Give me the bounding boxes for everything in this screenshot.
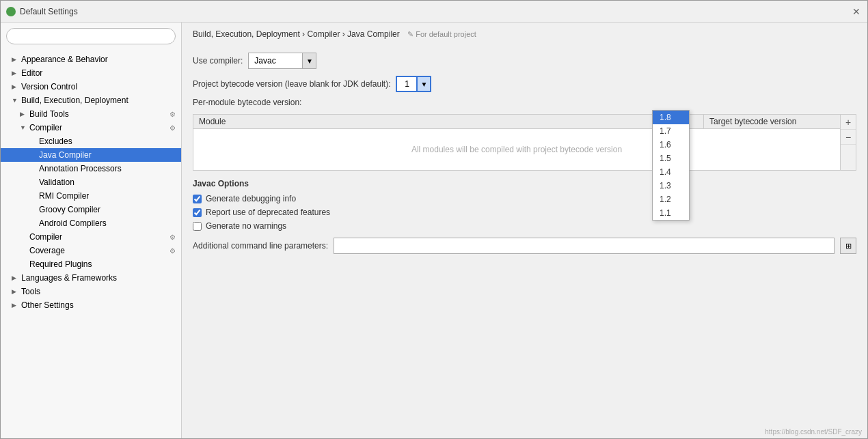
version-dropdown-button[interactable]: ▼ (418, 76, 431, 92)
arrow-icon: ▶ (12, 56, 18, 63)
sidebar-item-excludes[interactable]: ▶ Excludes (1, 134, 181, 148)
sidebar-item-version-control[interactable]: ▶ Version Control (1, 80, 181, 94)
breadcrumb-subtitle: ✎ For default project (407, 30, 476, 38)
table-remove-button[interactable]: − (841, 130, 856, 145)
no-warnings-checkbox-row: Generate no warnings (193, 221, 856, 231)
dropdown-item-1-5[interactable]: 1.5 (653, 152, 689, 165)
config-icon: ⚙ (169, 247, 176, 255)
sidebar: ▶ Appearance & Behavior ▶ Editor ▶ Versi… (1, 23, 182, 438)
dropdown-item-1-8[interactable]: 1.8 (653, 111, 689, 124)
cmd-params-row: Additional command line parameters: ⊞ (193, 238, 856, 254)
version-input-container: ▼ (396, 76, 431, 92)
deprecated-checkbox[interactable] (193, 208, 202, 217)
arrow-icon: ▶ (12, 302, 18, 309)
dropdown-item-1-4[interactable]: 1.4 (653, 165, 689, 179)
debug-checkbox[interactable] (193, 195, 202, 203)
arrow-icon: ▶ (12, 274, 18, 281)
module-table-container: Module Target bytecode version All modul… (193, 114, 856, 171)
sidebar-item-label: Android Compilers (39, 218, 107, 228)
sidebar-item-label: Compiler (29, 123, 62, 132)
no-warnings-label: Generate no warnings (206, 221, 286, 231)
module-column-header: Module (193, 115, 703, 128)
browse-icon: ⊞ (845, 242, 852, 251)
no-warnings-checkbox[interactable] (193, 222, 202, 231)
sidebar-item-label: Compiler (29, 232, 62, 242)
sidebar-item-label: Build Tools (29, 109, 69, 119)
sidebar-item-label: Build, Execution, Deployment (21, 96, 128, 105)
config-icon: ⚙ (169, 111, 176, 118)
version-dropdown-overlay: 1.8 1.7 1.6 1.5 1.4 1.3 1.2 1.1 (652, 110, 690, 221)
cmd-browse-button[interactable]: ⊞ (840, 238, 856, 254)
use-compiler-row: Use compiler: Javac ▼ (193, 53, 856, 69)
sidebar-item-label: Editor (21, 68, 42, 78)
arrow-icon: ▶ (12, 70, 18, 76)
arrow-icon: ▶ (20, 111, 27, 117)
version-input[interactable] (396, 76, 418, 92)
sidebar-item-groovy-compiler[interactable]: ▶ Groovy Compiler (1, 203, 181, 216)
per-module-row: Per-module bytecode version: (193, 98, 856, 107)
sidebar-item-annotation-processors[interactable]: ▶ Annotation Processors (1, 162, 181, 175)
sidebar-item-appearance[interactable]: ▶ Appearance & Behavior (1, 53, 181, 66)
dropdown-item-1-3[interactable]: 1.3 (653, 179, 689, 193)
sidebar-item-compiler[interactable]: ▼ Compiler ⚙ (1, 121, 181, 134)
settings-window: Default Settings ✕ ▶ Appearance & Behavi… (0, 0, 868, 439)
sidebar-item-label: Validation (39, 178, 74, 187)
dropdown-item-1-2[interactable]: 1.2 (653, 193, 689, 206)
title-bar: Default Settings ✕ (1, 1, 867, 23)
sidebar-item-other-settings[interactable]: ▶ Other Settings (1, 298, 181, 312)
compiler-select-value[interactable]: Javac (248, 53, 303, 69)
sidebar-item-label: Coverage (29, 246, 65, 255)
sidebar-item-label: Annotation Processors (39, 164, 122, 173)
app-icon (6, 7, 16, 16)
settings-tree: ▶ Appearance & Behavior ▶ Editor ▶ Versi… (1, 50, 181, 315)
main-panel: Build, Execution, Deployment › Compiler … (182, 23, 867, 438)
bytecode-label: Project bytecode version (leave blank fo… (193, 79, 390, 89)
arrow-icon: ▶ (12, 83, 18, 90)
debug-checkbox-row: Generate debugging info (193, 194, 856, 203)
dropdown-item-1-1[interactable]: 1.1 (653, 206, 689, 220)
sidebar-item-label: Version Control (21, 82, 77, 91)
sidebar-item-compiler2[interactable]: ▶ Compiler ⚙ (1, 230, 181, 244)
main-content: ▶ Appearance & Behavior ▶ Editor ▶ Versi… (1, 23, 867, 438)
cmd-params-input[interactable] (334, 238, 835, 254)
sidebar-item-label: RMI Compiler (39, 191, 89, 201)
settings-content: Use compiler: Javac ▼ Project bytecode v… (182, 44, 867, 438)
search-input[interactable] (6, 28, 176, 44)
sidebar-item-validation[interactable]: ▶ Validation (1, 175, 181, 189)
sidebar-item-label: Other Settings (21, 300, 74, 310)
window-title: Default Settings (20, 7, 78, 16)
sidebar-item-label: Excludes (39, 137, 72, 146)
table-header-row: Module Target bytecode version (193, 115, 840, 129)
sidebar-item-build-execution[interactable]: ▼ Build, Execution, Deployment (1, 94, 181, 107)
sidebar-item-tools[interactable]: ▶ Tools (1, 285, 181, 298)
table-add-button[interactable]: + (841, 115, 856, 130)
close-button[interactable]: ✕ (851, 6, 862, 17)
dropdown-item-1-7[interactable]: 1.7 (653, 124, 689, 138)
breadcrumb-path: Build, Execution, Deployment › Compiler … (193, 29, 400, 39)
compiler-dropdown-button[interactable]: ▼ (303, 53, 316, 69)
table-body: All modules will be compiled with projec… (193, 129, 840, 170)
deprecated-label: Report use of deprecated features (206, 208, 330, 217)
sidebar-item-label: Appearance & Behavior (21, 55, 108, 64)
sidebar-item-java-compiler[interactable]: ▶ Java Compiler (1, 148, 181, 162)
compiler-select-container: Javac ▼ (248, 53, 316, 69)
sidebar-item-languages[interactable]: ▶ Languages & Frameworks (1, 271, 181, 285)
sidebar-item-required-plugins[interactable]: ▶ Required Plugins (1, 257, 181, 271)
dropdown-item-1-6[interactable]: 1.6 (653, 138, 689, 152)
use-compiler-label: Use compiler: (193, 56, 243, 66)
cmd-params-label: Additional command line parameters: (193, 241, 328, 251)
sidebar-item-build-tools[interactable]: ▶ Build Tools ⚙ (1, 107, 181, 121)
debug-label: Generate debugging info (206, 194, 296, 203)
bytecode-row: Project bytecode version (leave blank fo… (193, 76, 856, 92)
sidebar-item-android-compilers[interactable]: ▶ Android Compilers (1, 216, 181, 230)
deprecated-checkbox-row: Report use of deprecated features (193, 208, 856, 217)
sidebar-item-label: Required Plugins (29, 259, 92, 269)
config-icon: ⚙ (169, 233, 176, 241)
sidebar-item-coverage[interactable]: ▶ Coverage ⚙ (1, 244, 181, 257)
arrow-icon: ▶ (12, 288, 18, 295)
config-icon: ⚙ (169, 124, 176, 132)
sidebar-item-rmi-compiler[interactable]: ▶ RMI Compiler (1, 189, 181, 203)
sidebar-item-editor[interactable]: ▶ Editor (1, 66, 181, 80)
sidebar-item-label: Groovy Compiler (39, 205, 100, 214)
sidebar-item-label: Tools (21, 287, 40, 296)
